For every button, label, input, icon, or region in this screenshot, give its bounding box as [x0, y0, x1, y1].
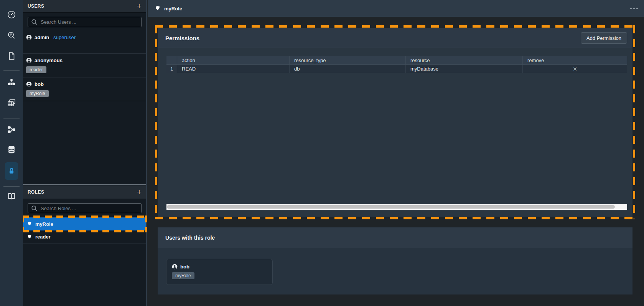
- search-icon: [31, 19, 38, 25]
- more-options-icon[interactable]: [630, 0, 638, 17]
- users-section-header: USERS +: [23, 0, 146, 13]
- column-header-resource: resource: [406, 56, 523, 65]
- shield-icon: [27, 221, 32, 227]
- remove-permission-button[interactable]: ✕: [523, 65, 627, 73]
- column-header-resource-type: resource_type: [290, 56, 406, 65]
- role-badge: myRole: [26, 90, 49, 97]
- role-badge: reader: [26, 66, 46, 73]
- cell-resource-type: db: [290, 65, 406, 73]
- main-header: myRole: [148, 0, 644, 17]
- user-name: bob: [180, 264, 189, 270]
- roles-search-input[interactable]: [41, 206, 138, 211]
- roles-section-title: ROLES: [28, 189, 44, 195]
- role-name: myRole: [35, 221, 53, 227]
- user-icon: [26, 35, 32, 40]
- documents-icon[interactable]: [0, 51, 23, 61]
- permissions-panel: Permissions Add Permission action resour…: [158, 28, 632, 217]
- column-header-remove: remove: [523, 56, 627, 65]
- add-role-button[interactable]: +: [137, 188, 142, 196]
- documentation-icon[interactable]: [0, 192, 23, 201]
- page-title: myRole: [164, 6, 182, 12]
- user-row-admin[interactable]: admin superuser: [23, 28, 146, 54]
- user-row-bob[interactable]: bob myRole: [23, 77, 146, 101]
- permissions-table: action resource_type resource remove 1 R…: [166, 56, 627, 210]
- databases-icon[interactable]: [0, 145, 23, 154]
- user-icon: [26, 81, 32, 87]
- role-row-reader[interactable]: reader: [23, 230, 146, 243]
- row-index: 1: [166, 65, 177, 73]
- shield-icon: [27, 234, 32, 240]
- users-section-title: USERS: [28, 3, 44, 9]
- user-name: admin: [35, 35, 49, 40]
- scrollbar-thumb[interactable]: [167, 205, 615, 209]
- roles-section-header: ROLES +: [23, 185, 146, 199]
- users-with-role-title: Users with this role: [165, 235, 215, 241]
- cell-resource: myDatabase: [406, 65, 523, 73]
- schema-icon[interactable]: [0, 78, 23, 87]
- superuser-link[interactable]: superuser: [53, 35, 76, 40]
- column-header-index: [166, 56, 177, 65]
- table-row: 1 READ db myDatabase ✕: [166, 65, 627, 73]
- permissions-highlight: Permissions Add Permission action resour…: [155, 25, 635, 219]
- role-badge: myRole: [172, 272, 194, 279]
- table-header-row: action resource_type resource remove: [166, 56, 627, 65]
- users-with-role-panel: Users with this role bob myRole: [158, 227, 632, 294]
- search-icon: [31, 205, 38, 212]
- rail-divider: [3, 118, 20, 118]
- user-name: bob: [35, 81, 44, 87]
- user-icon: [172, 264, 178, 270]
- users-search-input[interactable]: [41, 19, 138, 25]
- shield-icon: [155, 5, 161, 12]
- users-search-box: [28, 17, 142, 27]
- cell-action: READ: [177, 65, 290, 73]
- rail-divider: [3, 70, 20, 71]
- main-content: Permissions Add Permission action resour…: [148, 17, 644, 306]
- user-icon: [26, 58, 32, 63]
- permissions-title: Permissions: [165, 35, 199, 41]
- role-name: reader: [35, 234, 51, 240]
- user-name: anonymous: [35, 58, 63, 63]
- sidebar: USERS + admin superuser anonymous reader: [23, 0, 147, 306]
- data-flow-icon[interactable]: [0, 125, 23, 134]
- permissions-panel-header: Permissions Add Permission: [158, 28, 632, 48]
- horizontal-scrollbar[interactable]: [166, 204, 627, 210]
- dashboard-icon[interactable]: [0, 10, 23, 19]
- user-card-bob[interactable]: bob myRole: [166, 259, 273, 285]
- add-user-button[interactable]: +: [137, 2, 142, 10]
- user-row-anonymous[interactable]: anonymous reader: [23, 54, 146, 77]
- tables-icon[interactable]: [0, 98, 23, 107]
- role-row-myrole-selected[interactable]: myRole: [23, 217, 146, 230]
- query-search-icon[interactable]: [0, 31, 23, 40]
- security-icon-active[interactable]: [5, 162, 18, 180]
- roles-search-box: [28, 203, 142, 213]
- add-permission-button[interactable]: Add Permission: [581, 32, 627, 44]
- users-with-role-body: bob myRole: [158, 248, 632, 294]
- users-with-role-header: Users with this role: [158, 227, 632, 248]
- column-header-action: action: [177, 56, 290, 65]
- rail-divider: [3, 186, 20, 187]
- icon-rail: [0, 0, 23, 306]
